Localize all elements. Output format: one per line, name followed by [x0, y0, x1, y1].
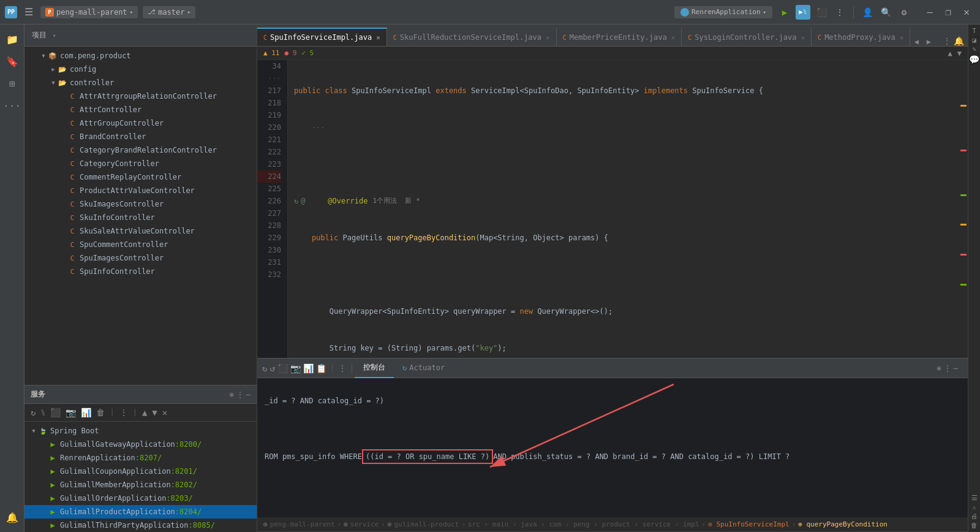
svc-coupon[interactable]: ▶ GulimallCouponApplication :8201/: [24, 465, 257, 478]
tree-item-Attr[interactable]: C AttrController: [24, 103, 257, 116]
tree-item-SkuImages[interactable]: C SkuImagesController: [24, 197, 257, 211]
svc-product[interactable]: ▶ GulimallProductApplication :8204/: [24, 505, 257, 519]
menu-button[interactable]: ☰: [22, 5, 36, 19]
tab-syslogin[interactable]: C SysLoginController.java ✕: [682, 28, 812, 46]
tree-item-controller[interactable]: ▼ 📂 controller: [24, 76, 257, 89]
code-area[interactable]: 34 ··· 217 218 219 220 221 222 223 224 2…: [257, 60, 968, 358]
bc-class[interactable]: ⊙ SpuInfoServiceImpl: [708, 520, 789, 528]
bc-peng-mall[interactable]: ⊙: [263, 520, 268, 528]
tab-methodproxy[interactable]: C MethodProxy.java ✕: [812, 28, 910, 46]
svc-debug-btn[interactable]: ⑊: [39, 406, 47, 419]
tree-item-Category[interactable]: C CategoryController: [24, 157, 257, 170]
term-dump2-btn[interactable]: 📋: [316, 363, 326, 373]
bc-method[interactable]: ⊕ queryPageByCondition: [798, 520, 888, 528]
tree-item-Brand[interactable]: C BrandController: [24, 130, 257, 143]
right-icon-2[interactable]: ◪: [972, 36, 976, 44]
right-icon-6[interactable]: ⚠: [972, 503, 976, 511]
bc-gulimall[interactable]: ⊙: [388, 520, 392, 528]
tab-scroll-right[interactable]: ▶: [922, 37, 935, 46]
sidebar-dropdown-arrow[interactable]: ▾: [53, 32, 56, 39]
svc-gc-btn[interactable]: 🗑: [95, 406, 106, 419]
term-more2-btn[interactable]: ⋮: [944, 364, 951, 373]
svc-camera-btn[interactable]: 📷: [64, 406, 77, 419]
tree-item-AttrGroup[interactable]: C AttrGroupController: [24, 116, 257, 130]
svc-up-btn[interactable]: ▲: [141, 406, 148, 419]
terminal-content[interactable]: _id = ? AND catalog_id = ?) ROM pms_spu_…: [257, 378, 968, 517]
term-cam-btn[interactable]: 📷: [290, 363, 301, 373]
minimize-button[interactable]: —: [921, 4, 938, 21]
tree-item-ProductAttr[interactable]: C ProductAttrValueController: [24, 184, 257, 197]
activity-project[interactable]: 📁: [2, 29, 22, 49]
right-icon-5[interactable]: ☰: [971, 494, 978, 502]
tab-close-1[interactable]: ✕: [546, 34, 550, 42]
code-editor[interactable]: 34 ··· 217 218 219 220 221 222 223 224 2…: [257, 60, 958, 358]
term-dump-btn[interactable]: 📊: [303, 363, 314, 373]
tab-skufull[interactable]: C SkuFullReductionServiceImpl.java ✕: [387, 28, 557, 46]
svc-down-btn[interactable]: ▼: [151, 406, 158, 419]
term-minimize-btn[interactable]: —: [954, 364, 958, 373]
term-settings-btn[interactable]: ⊕: [937, 364, 941, 373]
maximize-button[interactable]: ❐: [940, 4, 957, 21]
close-button[interactable]: ✕: [958, 4, 975, 21]
tab-memberprice[interactable]: C MemberPriceEntity.java ✕: [557, 28, 682, 46]
tree-item-SpuComment[interactable]: C SpuCommentController: [24, 238, 257, 251]
bottom-tab-console[interactable]: 控制台: [355, 359, 394, 378]
right-icon-1[interactable]: T: [972, 27, 976, 35]
svc-stop-btn[interactable]: ⬛: [49, 406, 62, 419]
svc-member[interactable]: ▶ GulimallMemberApplication :8202/: [24, 478, 257, 492]
tab-close-0[interactable]: ✕: [376, 34, 380, 42]
tree-item-SpuInfo[interactable]: C SpuInfoController: [24, 265, 257, 278]
tab-close-4[interactable]: ✕: [900, 34, 904, 42]
tree-item-AttrAttrgroup[interactable]: C AttrAttrgroupRelationController: [24, 89, 257, 103]
right-icon-3[interactable]: ✎: [972, 45, 976, 53]
term-more-btn[interactable]: ⋮: [338, 363, 347, 373]
services-minimize-icon[interactable]: —: [246, 390, 251, 399]
tab-scroll-left[interactable]: ◀: [910, 37, 922, 46]
tree-item-package[interactable]: ▼ 📦 com.peng.product: [24, 49, 257, 63]
tree-item-SpuImages[interactable]: C SpuImagesController: [24, 251, 257, 265]
services-springboot-group[interactable]: ▼ 🍃 Spring Boot: [24, 424, 257, 438]
term-refresh-btn[interactable]: ↻: [262, 363, 267, 373]
tab-list-btn[interactable]: ⋮: [943, 36, 951, 46]
svc-renren[interactable]: ▶ RenrenApplication :8207/: [24, 451, 257, 465]
activity-notifications[interactable]: 🔔: [2, 507, 22, 527]
right-icon-8[interactable]: 🗑: [971, 522, 978, 530]
tab-close-2[interactable]: ✕: [671, 34, 676, 42]
right-icon-7[interactable]: 🖨: [971, 512, 978, 520]
tree-item-SkuSaleAttr[interactable]: C SkuSaleAttrValueController: [24, 224, 257, 238]
editor-scrollbar[interactable]: [958, 60, 968, 358]
svc-thirdparty[interactable]: ▶ GulimallThirdPartyApplication :8085/: [24, 519, 257, 532]
tree-item-config[interactable]: ▶ 📂 config: [24, 63, 257, 76]
svc-more-btn[interactable]: ⋮: [118, 406, 129, 419]
debug-button[interactable]: ▶⑊: [796, 5, 810, 20]
branch-selector[interactable]: ⎇ master ▾: [143, 6, 195, 18]
stop-button[interactable]: ⬛: [814, 5, 829, 20]
tab-notification-btn[interactable]: 🔔: [954, 36, 964, 46]
bottom-tab-actuator[interactable]: ↻ Actuator: [394, 359, 453, 378]
activity-bookmarks[interactable]: 🔖: [2, 51, 22, 71]
tree-item-CategoryBrand[interactable]: C CategoryBrandRelationController: [24, 143, 257, 157]
run-button[interactable]: ▶: [777, 5, 792, 20]
right-icon-chat[interactable]: 💬: [969, 55, 979, 64]
svc-order[interactable]: ▶ GulimallOrderApplication :8203/: [24, 492, 257, 505]
svc-gateway[interactable]: ▶ GulimallGatewayApplication :8200/: [24, 438, 257, 451]
code-content[interactable]: public class SpuInfoServiceImpl extends …: [288, 60, 958, 358]
services-more-icon[interactable]: ⋮: [236, 390, 244, 399]
search-button[interactable]: 🔍: [878, 5, 893, 20]
more-button[interactable]: ⋮: [832, 5, 847, 20]
bc-service[interactable]: ⊙: [344, 520, 348, 528]
tree-item-SkuInfo[interactable]: C SkuInfoController: [24, 211, 257, 224]
tab-spuinfo[interactable]: C SpuInfoServiceImpl.java ✕: [257, 28, 387, 46]
svc-dump-btn[interactable]: 📊: [80, 406, 92, 419]
expand-btn[interactable]: ▲: [948, 49, 952, 58]
activity-more[interactable]: ···: [2, 96, 22, 115]
tab-close-3[interactable]: ✕: [801, 34, 805, 42]
term-refresh2-btn[interactable]: ↺: [270, 363, 274, 373]
project-selector[interactable]: P peng-mall-parent ▾: [40, 6, 138, 18]
settings-button[interactable]: ⚙: [897, 5, 911, 20]
tree-item-CommentReplay[interactable]: C CommentReplayController: [24, 170, 257, 184]
run-config-selector[interactable]: RenrenApplication ▾: [674, 6, 772, 18]
svc-refresh-btn[interactable]: ↻: [29, 406, 37, 419]
collapse-btn[interactable]: ▼: [957, 49, 962, 58]
services-add-icon[interactable]: ⊕: [230, 390, 234, 399]
